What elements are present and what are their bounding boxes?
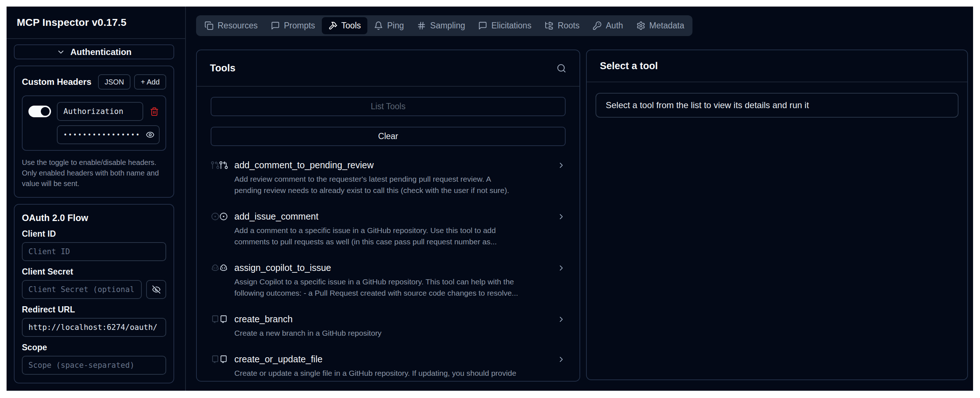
tool-description: Create or update a single file in a GitH… [234, 368, 516, 379]
tool-description: Add a comment to a specific issue in a G… [234, 225, 497, 247]
search-icon[interactable] [557, 63, 566, 73]
header-row [22, 95, 166, 151]
tool-description: Assign Copilot to a specific issue in a … [234, 276, 518, 298]
mcp-inspector-app: MCP Inspector v0.17.5 Authentication Cus… [6, 6, 973, 391]
page-canvas: MCP Inspector v0.17.5 Authentication Cus… [0, 0, 980, 398]
tab-auth[interactable]: Auth [586, 17, 629, 34]
tab-bar: Resources Prompts Tools Ping Sampling El… [196, 15, 692, 36]
tab-sampling[interactable]: Sampling [410, 17, 472, 34]
chevron-down-icon [56, 48, 65, 56]
sidebar-body: Authentication Custom Headers JSON + Add [6, 39, 185, 391]
tool-name: add_issue_comment [234, 211, 497, 222]
tab-roots[interactable]: Roots [538, 17, 586, 34]
header-value-input[interactable] [57, 125, 160, 144]
tab-label: Elicitations [491, 21, 531, 30]
toggle-thumb [41, 107, 49, 116]
redirect-url-input[interactable] [22, 318, 166, 337]
tab-elicitations[interactable]: Elicitations [472, 17, 538, 34]
issue-opened-ghost-icon [211, 212, 220, 221]
hammer-icon [328, 21, 337, 30]
headers-helper-text: Use the toggle to enable/disable headers… [22, 157, 166, 189]
repo-ghost-icon [211, 355, 220, 364]
copilot-icon [219, 263, 228, 273]
client-secret-label: Client Secret [22, 267, 166, 277]
authentication-collapse-button[interactable]: Authentication [14, 44, 174, 59]
main-area: Resources Prompts Tools Ping Sampling El… [186, 6, 973, 391]
tools-panel-title: Tools [210, 63, 235, 74]
eye-icon[interactable] [146, 130, 154, 139]
tool-description: Add review comment to the requester's la… [234, 173, 509, 196]
chevron-right-icon [557, 161, 566, 170]
chevron-right-icon [557, 315, 566, 324]
message-square-icon [478, 21, 487, 30]
files-icon [204, 21, 213, 30]
tab-label: Resources [218, 21, 258, 30]
tool-name: add_comment_to_pending_review [234, 160, 509, 171]
client-id-label: Client ID [22, 229, 166, 239]
message-square-icon [271, 21, 280, 30]
custom-headers-card: Custom Headers JSON + Add [14, 65, 174, 198]
redirect-url-label: Redirect URL [22, 305, 166, 315]
hash-icon [417, 21, 426, 30]
sidebar: MCP Inspector v0.17.5 Authentication Cus… [6, 6, 186, 391]
gear-icon [636, 21, 646, 30]
chevron-right-icon [557, 355, 566, 364]
tab-prompts[interactable]: Prompts [264, 17, 322, 34]
key-icon [593, 21, 602, 30]
tool-row-assign-copilot-to-issue[interactable]: assign_copilot_to_issue Assign Copilot t… [211, 262, 566, 298]
tool-row-add-comment-to-pending-review[interactable]: add_comment_to_pending_review Add review… [211, 160, 566, 196]
tool-row-create-or-update-file[interactable]: create_or_update_file Create or update a… [211, 354, 566, 379]
app-title: MCP Inspector v0.17.5 [17, 17, 126, 29]
tab-label: Ping [387, 21, 404, 30]
clear-button[interactable]: Clear [211, 127, 566, 146]
tab-label: Prompts [284, 21, 315, 30]
client-id-input[interactable] [22, 242, 166, 261]
tool-description: Create a new branch in a GitHub reposito… [234, 327, 382, 339]
issue-opened-icon [219, 212, 228, 221]
scope-input[interactable] [22, 356, 166, 375]
trash-icon[interactable] [149, 106, 160, 117]
tool-row-add-issue-comment[interactable]: add_issue_comment Add a comment to a spe… [211, 211, 566, 247]
oauth-title: OAuth 2.0 Flow [22, 212, 166, 223]
custom-headers-title: Custom Headers [22, 77, 91, 87]
folder-tree-icon [544, 21, 554, 30]
sidebar-header: MCP Inspector v0.17.5 [6, 6, 185, 39]
oauth-card: OAuth 2.0 Flow Client ID Client Secret R… [14, 204, 174, 384]
tab-resources[interactable]: Resources [198, 17, 264, 34]
git-pull-request-icon [219, 160, 228, 170]
tool-name: assign_copilot_to_issue [234, 262, 518, 273]
eye-off-icon[interactable] [146, 280, 166, 299]
tab-label: Roots [558, 21, 579, 30]
tool-detail-panel: Select a tool Select a tool from the lis… [586, 49, 968, 380]
tab-metadata[interactable]: Metadata [630, 17, 691, 34]
copilot-ghost-icon [211, 263, 220, 273]
tab-label: Auth [606, 21, 623, 30]
tool-name: create_branch [234, 314, 382, 325]
tab-tools[interactable]: Tools [322, 17, 368, 34]
header-name-input[interactable] [57, 102, 143, 121]
tab-label: Tools [342, 21, 361, 30]
git-pull-request-ghost-icon [211, 160, 220, 170]
json-button[interactable]: JSON [98, 74, 130, 90]
tools-panel: Tools List Tools Clear [196, 49, 580, 382]
chevron-right-icon [557, 212, 566, 221]
add-header-button[interactable]: + Add [134, 74, 166, 90]
detail-panel-title: Select a tool [600, 60, 658, 72]
tab-label: Metadata [649, 21, 684, 30]
empty-state-message: Select a tool from the list to view its … [595, 93, 958, 117]
repo-icon [219, 355, 228, 364]
tool-row-create-branch[interactable]: create_branch Create a new branch in a G… [211, 314, 566, 339]
tool-name: create_or_update_file [234, 354, 516, 365]
chevron-right-icon [557, 264, 566, 273]
authentication-collapse-label: Authentication [70, 47, 132, 57]
scope-label: Scope [22, 343, 166, 352]
repo-ghost-icon [211, 315, 220, 324]
tool-list: add_comment_to_pending_review Add review… [211, 160, 566, 379]
header-enabled-toggle[interactable] [29, 106, 51, 117]
bell-icon [374, 21, 383, 30]
tab-label: Sampling [430, 21, 465, 30]
client-secret-input[interactable] [22, 280, 142, 299]
repo-icon [219, 315, 228, 324]
list-tools-button[interactable]: List Tools [211, 97, 566, 116]
tab-ping[interactable]: Ping [368, 17, 410, 34]
